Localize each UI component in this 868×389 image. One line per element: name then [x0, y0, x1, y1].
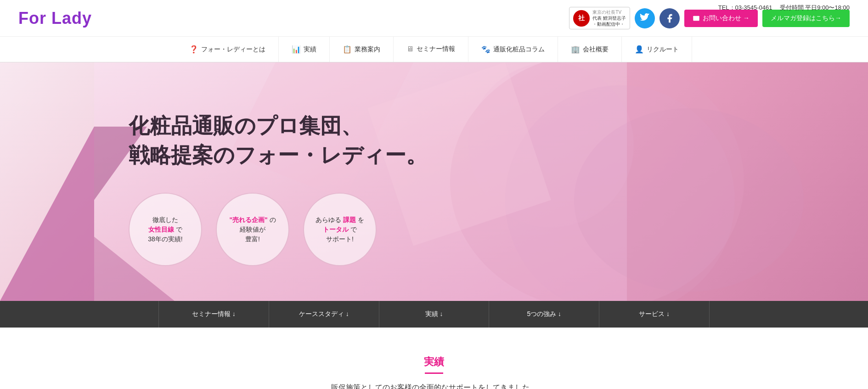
- quick-nav-item-results[interactable]: 実績 ↓: [379, 301, 490, 328]
- svg-point-4: [574, 108, 804, 292]
- twitter-icon: [640, 13, 650, 23]
- quick-nav-item-services[interactable]: サービス ↓: [599, 301, 710, 328]
- mailmag-button[interactable]: メルマガ登録はこちら→: [762, 10, 850, 27]
- nav-list: ❓ フォー・レディーとは 📊 実績 📋 業務案内 🖥 セミナー: [176, 37, 692, 62]
- tel-number: TEL：03-3545-0461: [718, 4, 772, 12]
- column-icon: 🐾: [481, 45, 490, 54]
- quick-nav-link-seminar[interactable]: セミナー情報 ↓: [159, 301, 269, 328]
- hero-title-line1: 化粧品通販のプロ集団、: [129, 111, 427, 140]
- nav-link-results[interactable]: 📊 実績: [279, 37, 330, 62]
- nav-link-seminar[interactable]: 🖥 セミナー情報: [394, 37, 468, 61]
- site-header: For Lady 社 東京の社長TV 代表 鯉渕登志子 ・動画配信中・: [0, 0, 868, 62]
- nav-item-results[interactable]: 📊 実績: [279, 37, 330, 62]
- svg-point-6: [505, 85, 735, 301]
- quick-nav-link-strengths[interactable]: 5つの強み ↓: [489, 301, 599, 328]
- results-section: 実績 販促施策としてのお客様の全面的なサポートをしてきました。: [0, 328, 868, 389]
- about-icon: ❓: [189, 45, 198, 54]
- video-badge-text: 東京の社長TV 代表 鯉渕登志子 ・動画配信中・: [592, 9, 626, 27]
- company-icon: 🏢: [571, 45, 580, 54]
- tel-info: TEL：03-3545-0461 受付時間 平日9:00〜18:00: [718, 4, 850, 12]
- quick-nav-item-strengths[interactable]: 5つの強み ↓: [489, 301, 599, 328]
- quick-nav-list: セミナー情報 ↓ ケーススタディ ↓ 実績 ↓ 5つの強み ↓ サービス ↓: [158, 301, 710, 328]
- nav-link-services[interactable]: 📋 業務案内: [330, 37, 394, 62]
- nav-link-company[interactable]: 🏢 会社概要: [558, 37, 622, 62]
- circle1-highlight: 女性目線: [148, 226, 174, 233]
- nav-label-seminar: セミナー情報: [417, 45, 455, 53]
- nav-link-column[interactable]: 🐾 通販化粧品コラム: [468, 37, 558, 62]
- nav-label-about: フォー・レディーとは: [201, 45, 265, 54]
- quick-nav-item-casestudy[interactable]: ケーススタディ ↓: [269, 301, 379, 328]
- svg-point-5: [468, 62, 634, 228]
- hero-title-line2: 戦略提案のフォー・レディー。: [129, 140, 427, 170]
- nav-label-recruit: リクルート: [647, 45, 679, 54]
- results-title: 実績: [18, 355, 850, 369]
- nav-item-recruit[interactable]: 👤 リクルート: [622, 37, 692, 62]
- svg-point-3: [450, 62, 744, 301]
- nav-link-recruit[interactable]: 👤 リクルート: [622, 37, 692, 62]
- nav-item-column[interactable]: 🐾 通販化粧品コラム: [468, 37, 558, 62]
- nav-item-services[interactable]: 📋 業務案内: [330, 37, 394, 62]
- quick-nav-bar: セミナー情報 ↓ ケーススタディ ↓ 実績 ↓ 5つの強み ↓ サービス ↓: [0, 301, 868, 328]
- nav-label-results: 実績: [304, 45, 316, 54]
- quick-nav-link-results[interactable]: 実績 ↓: [379, 301, 489, 328]
- circle2-quote: "売れる企画": [229, 216, 267, 223]
- video-badge[interactable]: 社 東京の社長TV 代表 鯉渕登志子 ・動画配信中・: [569, 7, 630, 29]
- mailmag-button-label: メルマガ登録はこちら→: [771, 14, 841, 22]
- circle3-highlight1: 課題: [343, 216, 356, 223]
- video-badge-line2: ・動画配信中・: [592, 21, 626, 27]
- quick-nav-item-seminar[interactable]: セミナー情報 ↓: [158, 301, 269, 328]
- main-nav: ❓ フォー・レディーとは 📊 実績 📋 業務案内 🖥 セミナー: [0, 37, 868, 62]
- video-badge-prefix: 東京の社長TV: [592, 9, 626, 15]
- site-logo[interactable]: For Lady: [18, 9, 92, 28]
- seminar-icon: 🖥: [406, 45, 414, 53]
- circle3-highlight2: トータル: [323, 226, 349, 233]
- nav-item-company[interactable]: 🏢 会社概要: [558, 37, 622, 62]
- contact-button[interactable]: お問い合わせ →: [684, 10, 758, 27]
- hero-section: 化粧品通販のプロ集団、 戦略提案のフォー・レディー。 徹底した 女性目線 で38…: [0, 62, 868, 301]
- hero-title: 化粧品通販のプロ集団、 戦略提案のフォー・レディー。: [129, 111, 427, 170]
- circle3-text1: あらゆる: [316, 216, 341, 223]
- header-top: For Lady 社 東京の社長TV 代表 鯉渕登志子 ・動画配信中・: [0, 0, 868, 37]
- nav-item-seminar[interactable]: 🖥 セミナー情報: [394, 37, 468, 62]
- twitter-button[interactable]: [635, 8, 655, 28]
- nav-link-about[interactable]: ❓ フォー・レディーとは: [176, 37, 279, 62]
- results-title-underline: [425, 372, 443, 374]
- nav-label-services: 業務案内: [355, 45, 380, 54]
- quick-nav-link-casestudy[interactable]: ケーススタディ ↓: [269, 301, 379, 328]
- results-icon: 📊: [292, 45, 301, 54]
- mail-icon: [693, 15, 700, 22]
- nav-item-about[interactable]: ❓ フォー・レディーとは: [176, 37, 279, 62]
- tokyo-icon: 社: [573, 10, 590, 27]
- business-hours: 受付時間 平日9:00〜18:00: [780, 4, 850, 12]
- results-subtitle: 販促施策としてのお客様の全面的なサポートをしてきました。: [18, 383, 850, 389]
- hero-circle-1: 徹底した 女性目線 で38年の実績!: [129, 193, 202, 266]
- nav-label-company: 会社概要: [583, 45, 609, 54]
- hero-circle-2: "売れる企画" の経験値が豊富!: [216, 193, 289, 266]
- hero-content: 化粧品通販のプロ集団、 戦略提案のフォー・レディー。 徹底した 女性目線 で38…: [0, 97, 427, 267]
- facebook-button[interactable]: [659, 8, 680, 28]
- contact-button-label: お問い合わせ →: [703, 14, 750, 22]
- recruit-icon: 👤: [635, 45, 644, 54]
- video-badge-line1: 代表 鯉渕登志子: [592, 15, 626, 21]
- nav-label-column: 通販化粧品コラム: [493, 45, 545, 54]
- services-icon: 📋: [343, 45, 352, 54]
- facebook-icon: [665, 13, 675, 23]
- hero-circles: 徹底した 女性目線 で38年の実績! "売れる企画" の経験値が豊富! あらゆる…: [129, 193, 427, 266]
- circle3-text2: を: [358, 216, 364, 223]
- quick-nav-link-services[interactable]: サービス ↓: [599, 301, 709, 328]
- circle1-text-plain: 徹底した: [152, 216, 178, 223]
- hero-circle-3: あらゆる 課題 を トータル でサポート!: [303, 193, 377, 266]
